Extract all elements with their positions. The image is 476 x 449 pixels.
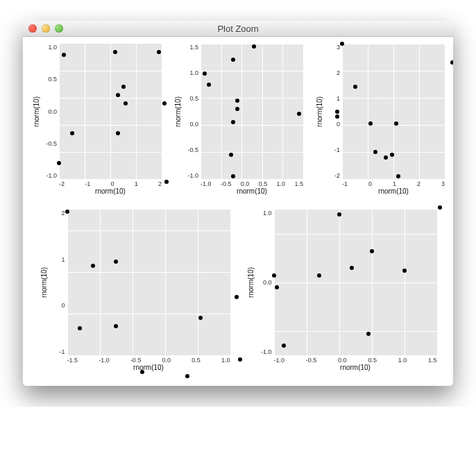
data-point (231, 58, 235, 62)
data-point (116, 93, 120, 97)
x-axis-label: rnorm(10) (67, 364, 230, 373)
x-axis-ticks: -1.0-0.50.00.51.01.5 (201, 179, 303, 187)
data-point (62, 53, 66, 57)
data-point (350, 266, 354, 270)
plot-panel (274, 210, 437, 355)
data-point (114, 324, 118, 328)
data-point (235, 107, 239, 111)
data-point (113, 50, 117, 54)
y-axis-label: rnorm(10) (247, 267, 255, 298)
data-point (275, 285, 279, 289)
scatter-plot: rnorm(10)210-1-1.5-1.0-0.50.00.51.0rnorm… (40, 210, 230, 373)
window: Plot Zoom rnorm(10)1.00.50.0-0.5-1.0-2-1… (23, 21, 453, 386)
y-axis-label: rnorm(10) (316, 96, 323, 127)
scatter-plot: rnorm(10)1.00.50.0-0.5-1.0-2-1012rnorm(1… (31, 44, 162, 197)
data-point (390, 153, 394, 157)
x-axis-label: rnorm(10) (342, 187, 445, 197)
x-axis-label: rnorm(10) (274, 364, 437, 373)
data-point (394, 121, 398, 126)
plot-panel (67, 210, 230, 355)
data-point (366, 332, 371, 336)
data-point (57, 161, 61, 165)
data-point (157, 50, 161, 54)
data-point (203, 71, 207, 76)
data-point (235, 99, 239, 103)
plot-zoom-content: rnorm(10)1.00.50.0-0.5-1.0-2-1012rnorm(1… (23, 37, 453, 386)
data-point (231, 120, 235, 124)
x-axis-ticks: -10123 (342, 179, 445, 187)
x-axis-ticks: -2-1012 (59, 179, 162, 187)
data-point (78, 326, 82, 330)
y-axis-ticks: 1.00.0-1.0 (256, 210, 274, 355)
data-point (337, 212, 341, 217)
scatter-plot: rnorm(10)3210-1-2-10123rnorm(10) (314, 44, 445, 197)
plot-cell: rnorm(10)1.00.50.0-0.5-1.0-2-1012rnorm(1… (27, 44, 166, 197)
data-point (317, 273, 321, 278)
data-point (114, 260, 118, 264)
data-point (340, 42, 344, 46)
data-point (402, 269, 407, 273)
data-point (70, 131, 74, 135)
plot-panel (201, 44, 303, 179)
y-axis-ticks: 3210-1-2 (324, 44, 342, 179)
data-point (368, 121, 373, 126)
data-point (198, 316, 203, 320)
x-axis-label: rnorm(10) (59, 187, 162, 197)
data-point (65, 210, 69, 214)
data-point (91, 264, 95, 268)
y-axis-label: rnorm(10) (40, 267, 48, 298)
data-point (124, 101, 128, 105)
data-point (450, 60, 453, 65)
data-point (185, 374, 189, 378)
titlebar[interactable]: Plot Zoom (23, 21, 453, 37)
data-point (140, 370, 144, 374)
window-title: Plot Zoom (23, 24, 453, 34)
data-point (235, 295, 239, 299)
data-point (438, 205, 442, 210)
x-axis-ticks: -1.0-0.50.00.51.01.5 (274, 355, 437, 364)
plot-cell: rnorm(10)3210-1-2-10123rnorm(10) (310, 44, 449, 197)
scatter-plot: rnorm(10)1.00.0-1.0-1.0-0.50.00.51.01.5r… (246, 210, 437, 373)
data-point (373, 150, 377, 154)
data-point (116, 131, 120, 135)
data-point (384, 155, 388, 160)
plot-cell: rnorm(10)1.51.00.50.0-0.5-1.0-1.0-0.50.0… (169, 44, 307, 197)
data-point (252, 44, 256, 49)
data-point (297, 112, 301, 116)
plot-panel (59, 44, 162, 179)
data-point (229, 153, 233, 157)
data-point (162, 101, 167, 105)
data-point (335, 110, 339, 114)
data-point (164, 180, 169, 184)
y-axis-label: rnorm(10) (33, 96, 40, 127)
data-point (396, 174, 400, 178)
data-point (238, 357, 242, 362)
data-point (207, 83, 211, 87)
data-point (370, 249, 374, 253)
data-point (335, 115, 339, 119)
plot-panel (342, 44, 445, 179)
y-axis-label: rnorm(10) (174, 96, 182, 127)
y-axis-ticks: 1.51.00.50.0-0.5-1.0 (182, 44, 201, 179)
data-point (353, 85, 357, 89)
plot-cell: rnorm(10)1.00.0-1.0-1.0-0.50.00.51.01.5r… (239, 210, 443, 373)
scatter-plot: rnorm(10)1.51.00.50.0-0.5-1.0-1.0-0.50.0… (173, 44, 303, 197)
plot-cell: rnorm(10)210-1-1.5-1.0-0.50.00.51.0rnorm… (33, 210, 237, 373)
x-axis-label: rnorm(10) (201, 187, 303, 197)
y-axis-ticks: 1.00.50.0-0.5-1.0 (41, 44, 59, 179)
x-axis-ticks: -1.5-1.0-0.50.00.51.0 (67, 355, 230, 364)
data-point (231, 174, 235, 178)
y-axis-ticks: 210-1 (49, 210, 67, 355)
data-point (121, 85, 126, 89)
data-point (282, 344, 286, 348)
data-point (272, 273, 276, 278)
